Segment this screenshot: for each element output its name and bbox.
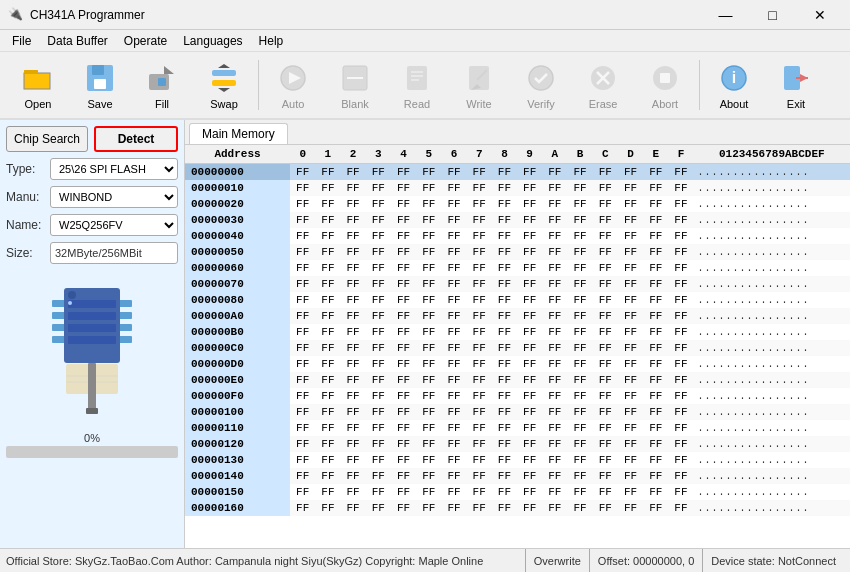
hex-cell[interactable]: FF — [366, 212, 391, 228]
table-row[interactable]: 00000010FFFFFFFFFFFFFFFFFFFFFFFFFFFFFFFF… — [185, 180, 850, 196]
hex-cell[interactable]: FF — [492, 324, 517, 340]
hex-cell[interactable]: FF — [618, 260, 643, 276]
hex-cell[interactable]: FF — [315, 212, 340, 228]
hex-cell[interactable]: FF — [366, 404, 391, 420]
hex-cell[interactable]: FF — [668, 212, 693, 228]
hex-cell[interactable]: FF — [391, 276, 416, 292]
hex-cell[interactable]: FF — [517, 212, 542, 228]
hex-cell[interactable]: FF — [567, 164, 592, 181]
hex-cell[interactable]: FF — [467, 436, 492, 452]
hex-cell[interactable]: FF — [391, 212, 416, 228]
hex-cell[interactable]: FF — [341, 164, 366, 181]
hex-cell[interactable]: FF — [567, 180, 592, 196]
hex-cell[interactable]: FF — [492, 228, 517, 244]
hex-cell[interactable]: FF — [567, 276, 592, 292]
hex-cell[interactable]: FF — [517, 340, 542, 356]
hex-cell[interactable]: FF — [517, 292, 542, 308]
hex-cell[interactable]: FF — [315, 308, 340, 324]
hex-cell[interactable]: FF — [416, 164, 441, 181]
hex-cell[interactable]: FF — [643, 308, 668, 324]
hex-cell[interactable]: FF — [643, 196, 668, 212]
hex-cell[interactable]: FF — [341, 196, 366, 212]
hex-cell[interactable]: FF — [315, 484, 340, 500]
hex-cell[interactable]: FF — [593, 308, 618, 324]
hex-cell[interactable]: FF — [290, 244, 315, 260]
hex-cell[interactable]: FF — [593, 212, 618, 228]
hex-cell[interactable]: FF — [366, 244, 391, 260]
table-row[interactable]: 00000060FFFFFFFFFFFFFFFFFFFFFFFFFFFFFFFF… — [185, 260, 850, 276]
hex-cell[interactable]: FF — [492, 404, 517, 420]
hex-cell[interactable]: FF — [341, 372, 366, 388]
hex-cell[interactable]: FF — [441, 468, 466, 484]
hex-cell[interactable]: FF — [567, 484, 592, 500]
hex-cell[interactable]: FF — [391, 260, 416, 276]
type-select[interactable]: 25\26 SPI FLASH — [50, 158, 178, 180]
hex-cell[interactable]: FF — [391, 308, 416, 324]
fill-button[interactable]: Fill — [132, 56, 192, 114]
hex-cell[interactable]: FF — [467, 196, 492, 212]
hex-cell[interactable]: FF — [492, 436, 517, 452]
hex-cell[interactable]: FF — [492, 372, 517, 388]
hex-cell[interactable]: FF — [441, 196, 466, 212]
hex-cell[interactable]: FF — [668, 324, 693, 340]
hex-cell[interactable]: FF — [366, 372, 391, 388]
hex-cell[interactable]: FF — [416, 436, 441, 452]
hex-cell[interactable]: FF — [416, 308, 441, 324]
hex-cell[interactable]: FF — [366, 356, 391, 372]
hex-cell[interactable]: FF — [391, 420, 416, 436]
hex-cell[interactable]: FF — [517, 404, 542, 420]
exit-button[interactable]: Exit — [766, 56, 826, 114]
hex-cell[interactable]: FF — [315, 324, 340, 340]
hex-cell[interactable]: FF — [467, 356, 492, 372]
hex-cell[interactable]: FF — [441, 228, 466, 244]
hex-cell[interactable]: FF — [391, 372, 416, 388]
hex-cell[interactable]: FF — [467, 308, 492, 324]
hex-cell[interactable]: FF — [668, 420, 693, 436]
hex-cell[interactable]: FF — [567, 468, 592, 484]
hex-cell[interactable]: FF — [315, 340, 340, 356]
hex-cell[interactable]: FF — [290, 420, 315, 436]
hex-cell[interactable]: FF — [618, 292, 643, 308]
hex-cell[interactable]: FF — [290, 276, 315, 292]
hex-cell[interactable]: FF — [593, 484, 618, 500]
hex-cell[interactable]: FF — [341, 436, 366, 452]
hex-cell[interactable]: FF — [542, 356, 567, 372]
hex-cell[interactable]: FF — [668, 388, 693, 404]
hex-cell[interactable]: FF — [441, 212, 466, 228]
about-button[interactable]: i About — [704, 56, 764, 114]
hex-cell[interactable]: FF — [467, 324, 492, 340]
hex-cell[interactable]: FF — [416, 212, 441, 228]
hex-cell[interactable]: FF — [341, 260, 366, 276]
hex-cell[interactable]: FF — [467, 180, 492, 196]
menu-operate[interactable]: Operate — [116, 32, 175, 50]
hex-cell[interactable]: FF — [567, 212, 592, 228]
hex-cell[interactable]: FF — [366, 500, 391, 516]
hex-cell[interactable]: FF — [643, 468, 668, 484]
hex-cell[interactable]: FF — [416, 276, 441, 292]
hex-cell[interactable]: FF — [567, 244, 592, 260]
hex-cell[interactable]: FF — [542, 180, 567, 196]
hex-cell[interactable]: FF — [492, 420, 517, 436]
hex-cell[interactable]: FF — [341, 244, 366, 260]
hex-cell[interactable]: FF — [391, 452, 416, 468]
hex-cell[interactable]: FF — [315, 164, 340, 181]
hex-cell[interactable]: FF — [492, 452, 517, 468]
hex-cell[interactable]: FF — [618, 372, 643, 388]
table-row[interactable]: 00000070FFFFFFFFFFFFFFFFFFFFFFFFFFFFFFFF… — [185, 276, 850, 292]
hex-cell[interactable]: FF — [643, 228, 668, 244]
hex-cell[interactable]: FF — [593, 468, 618, 484]
manu-select[interactable]: WINBOND — [50, 186, 178, 208]
swap-button[interactable]: Swap — [194, 56, 254, 114]
hex-cell[interactable]: FF — [315, 260, 340, 276]
hex-cell[interactable]: FF — [467, 468, 492, 484]
hex-cell[interactable]: FF — [643, 356, 668, 372]
table-row[interactable]: 00000040FFFFFFFFFFFFFFFFFFFFFFFFFFFFFFFF… — [185, 228, 850, 244]
hex-cell[interactable]: FF — [517, 228, 542, 244]
hex-cell[interactable]: FF — [593, 244, 618, 260]
hex-cell[interactable]: FF — [668, 292, 693, 308]
table-row[interactable]: 000000E0FFFFFFFFFFFFFFFFFFFFFFFFFFFFFFFF… — [185, 372, 850, 388]
hex-cell[interactable]: FF — [366, 180, 391, 196]
hex-cell[interactable]: FF — [542, 244, 567, 260]
hex-cell[interactable]: FF — [618, 468, 643, 484]
hex-cell[interactable]: FF — [441, 180, 466, 196]
